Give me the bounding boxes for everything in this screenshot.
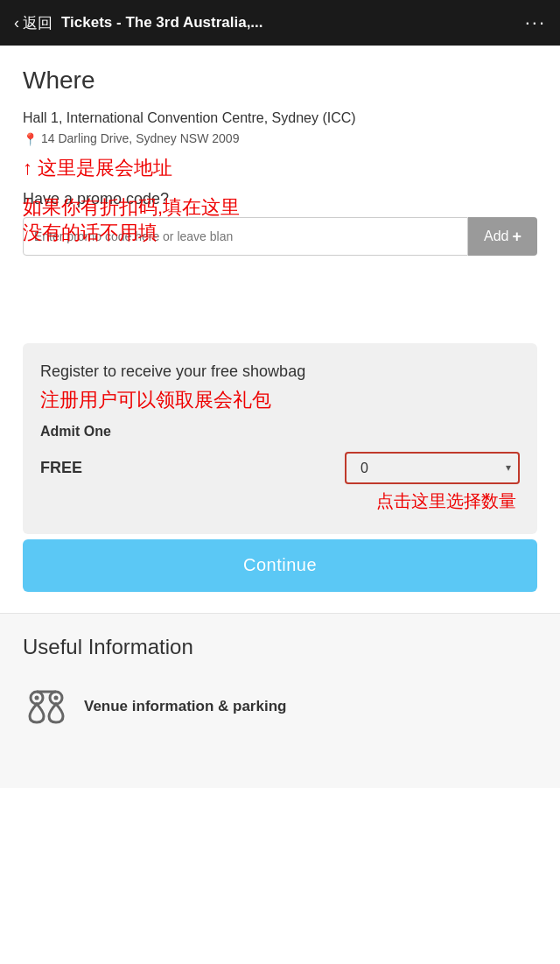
header-title: Tickets - The 3rd Australia,... bbox=[61, 14, 516, 32]
ticket-qty-select[interactable]: 0 1 2 3 4 5 bbox=[345, 452, 520, 484]
pin-icon: 📍 bbox=[23, 132, 38, 146]
useful-section: Useful Information Venue information & p… bbox=[0, 613, 560, 788]
venue-address: 14 Darling Drive, Sydney NSW 2009 bbox=[41, 131, 239, 145]
annotation-address: ↑ 这里是展会地址 bbox=[23, 155, 537, 181]
promo-section: Have a promo code? Add + 如果你有折扣码,填在这里 没有… bbox=[23, 190, 537, 256]
promo-add-label: Add bbox=[484, 229, 508, 244]
promo-add-button[interactable]: Add + bbox=[468, 217, 537, 256]
useful-section-title: Useful Information bbox=[23, 635, 537, 659]
where-section: Where Hall 1, International Convention C… bbox=[23, 67, 537, 181]
venue-address-row: 📍 14 Darling Drive, Sydney NSW 2009 bbox=[23, 131, 537, 146]
back-label: 返回 bbox=[23, 13, 52, 33]
back-chevron-icon: ‹ bbox=[14, 14, 19, 32]
ticket-section: Register to receive your free showbag 注册… bbox=[23, 343, 537, 533]
continue-btn-wrap: Continue bbox=[0, 539, 560, 592]
qty-annotation: 点击这里选择数量 bbox=[40, 489, 520, 513]
ticket-register-text: Register to receive your free showbag bbox=[40, 361, 520, 383]
more-icon[interactable]: ··· bbox=[525, 11, 546, 34]
svg-point-1 bbox=[35, 695, 39, 700]
continue-button[interactable]: Continue bbox=[23, 539, 537, 592]
promo-input-row: Add + bbox=[23, 217, 537, 256]
svg-point-3 bbox=[54, 695, 59, 700]
back-button[interactable]: ‹ 返回 bbox=[14, 13, 52, 33]
continue-label: Continue bbox=[243, 555, 317, 574]
venue-name: Hall 1, International Convention Centre,… bbox=[23, 109, 537, 128]
main-content: Where Hall 1, International Convention C… bbox=[0, 46, 560, 291]
where-label: Where bbox=[23, 67, 537, 95]
venue-parking-icon bbox=[23, 684, 68, 729]
header: ‹ 返回 Tickets - The 3rd Australia,... ··· bbox=[0, 0, 560, 46]
ticket-section-wrap: Register to receive your free showbag 注册… bbox=[0, 343, 560, 533]
ticket-qty-wrapper: 0 1 2 3 4 5 ▾ bbox=[345, 452, 520, 484]
venue-icon-svg bbox=[24, 686, 66, 728]
ticket-type-label: Admit One bbox=[40, 424, 520, 440]
ticket-row: FREE 0 1 2 3 4 5 ▾ bbox=[40, 452, 520, 484]
promo-input[interactable] bbox=[23, 217, 468, 256]
ticket-price: FREE bbox=[40, 459, 82, 477]
annotation-address-text: ↑ 这里是展会地址 bbox=[23, 155, 172, 181]
venue-parking-label: Venue information & parking bbox=[84, 698, 286, 715]
ticket-annotation: 注册用户可以领取展会礼包 bbox=[40, 387, 520, 413]
promo-label: Have a promo code? bbox=[23, 190, 537, 208]
useful-item-venue[interactable]: Venue information & parking bbox=[23, 677, 537, 736]
plus-icon: + bbox=[512, 228, 522, 246]
